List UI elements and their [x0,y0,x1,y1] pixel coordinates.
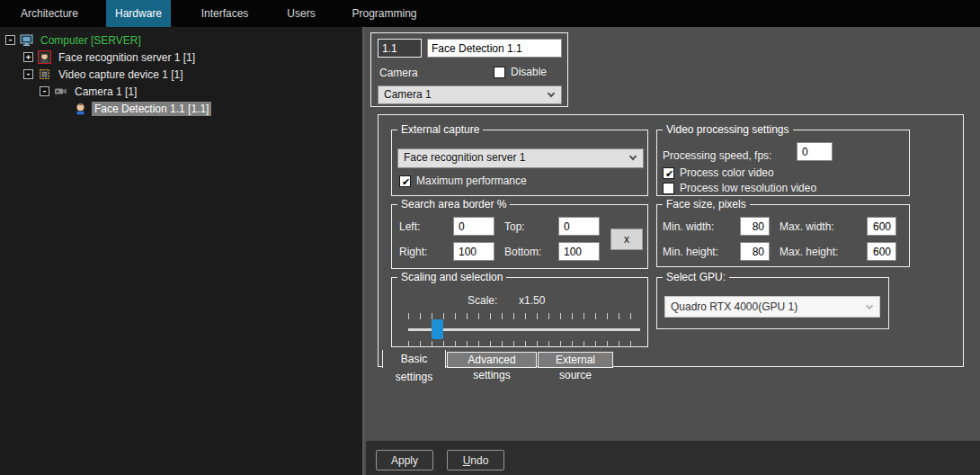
expand-expander-icon[interactable]: + [23,52,33,62]
tab-basic-settings[interactable]: Basic settings [382,350,446,368]
maximum-performance-checkbox[interactable] [399,175,411,187]
max-width-input[interactable] [867,217,896,236]
external-capture-title: External capture [397,123,483,137]
undo-accel-char: U [463,454,471,467]
scaling-title: Scaling and selection [397,271,506,284]
object-settings-panel: Camera Disable Camera 1 External capture… [366,27,980,441]
slider-ticks-bottom [408,341,640,347]
collapse-expander-icon[interactable]: - [40,86,49,96]
gpu-select-value: Quadro RTX 4000(GPU 1) [671,300,797,313]
chevron-down-icon [629,153,637,160]
tree-item-label[interactable]: Face Detection 1.1 [1.1] [92,102,211,116]
external-capture-group: External capture Face recognition server… [391,130,648,196]
min-height-label: Min. height: [663,246,718,258]
tree-item-face-recognition-server[interactable]: + Face recognition server 1 [1] [0,49,362,66]
scaling-group: Scaling and selection Scale: x1.50 [391,277,648,347]
select-gpu-title: Select GPU: [663,271,729,284]
min-height-input[interactable] [740,242,770,261]
computer-icon [20,33,33,47]
hardware-tree-panel: - Computer [SERVER] + Face recognition s… [0,27,364,475]
gpu-select[interactable]: Quadro RTX 4000(GPU 1) [664,296,880,318]
video-processing-group: Video processing settings Processing spe… [656,130,910,196]
tree-item-label[interactable]: Face recognition server 1 [1] [56,50,198,65]
camera-select[interactable]: Camera 1 [378,85,562,104]
bottom-label: Bottom: [504,246,541,258]
tree-item-video-capture-device[interactable]: - Video capture device 1 [1] [0,66,362,83]
select-gpu-group: Select GPU: Quadro RTX 4000(GPU 1) [656,277,889,329]
search-area-title: Search area border % [397,198,510,211]
chevron-down-icon [866,302,873,309]
nav-tab-hardware[interactable]: Hardware [106,0,171,27]
action-bar: Apply Undo [366,441,980,475]
left-label: Left: [399,220,420,233]
undo-rest-chars: ndo [470,454,488,467]
processing-speed-input[interactable] [797,142,833,161]
tree-item-label[interactable]: Computer [SERVER] [38,33,144,48]
tree-item-camera[interactable]: - Camera 1 [1] [0,83,362,100]
camera-select-value: Camera 1 [384,88,432,101]
face-size-title: Face size, pixels [663,198,750,211]
process-color-video-label: Process color video [680,166,774,179]
camera-icon [54,85,67,98]
apply-button[interactable]: Apply [376,450,433,471]
scale-slider-thumb[interactable] [432,319,443,339]
process-low-resolution-checkbox[interactable] [663,183,674,194]
right-label: Right: [399,246,427,258]
camera-label: Camera [379,67,418,79]
nav-tab-architecture[interactable]: Architecture [0,0,99,27]
tree-item-computer[interactable]: - Computer [SERVER] [0,31,362,49]
disable-label: Disable [511,66,547,78]
face-detection-icon [74,102,87,115]
collapse-expander-icon[interactable]: - [5,35,15,45]
video-processing-title: Video processing settings [663,123,793,137]
nav-tab-programming[interactable]: Programming [324,0,445,27]
nav-tab-users[interactable]: Users [279,0,324,27]
right-input[interactable] [453,242,494,261]
tree-item-label[interactable]: Video capture device 1 [1] [56,67,186,82]
face-recognition-server-select[interactable]: Face recognition server 1 [397,148,644,168]
process-color-video-checkbox[interactable] [663,167,674,179]
min-width-label: Min. width: [663,220,714,233]
min-width-input[interactable] [740,217,770,236]
face-recognition-server-icon [38,50,51,64]
basic-settings-tab-page: External capture Face recognition server… [378,114,964,367]
disable-checkbox[interactable] [494,67,505,78]
max-width-label: Max. width: [780,220,834,233]
face-size-group: Face size, pixels Min. width: Max. width… [656,204,910,267]
process-low-resolution-label: Process low resolution video [680,182,816,194]
top-label: Top: [504,220,525,233]
face-recognition-server-value: Face recognition server 1 [404,151,525,164]
scale-label: Scale: [468,294,497,307]
object-name-field[interactable] [427,39,562,58]
top-input[interactable] [558,217,600,236]
collapse-expander-icon[interactable]: - [23,69,33,79]
top-nav-bar: Architecture Hardware Interfaces Users P… [0,0,980,27]
nav-tab-interfaces[interactable]: Interfaces [171,0,279,27]
object-identity-box: Camera Disable Camera 1 [370,32,568,107]
scale-value: x1.50 [519,294,545,307]
left-input[interactable] [453,217,494,236]
undo-button[interactable]: Undo [447,450,504,471]
max-height-input[interactable] [867,242,896,261]
tree-item-face-detection[interactable]: Face Detection 1.1 [1.1] [0,100,362,117]
max-height-label: Max. height: [780,246,838,258]
bottom-input[interactable] [558,242,600,261]
tab-advanced-settings[interactable]: Advanced settings [447,352,537,368]
reset-search-area-button[interactable]: x [610,229,643,250]
processing-speed-label: Processing speed, fps: [663,149,771,162]
tree-item-label[interactable]: Camera 1 [1] [72,85,139,99]
search-area-group: Search area border % Left: Top: Right: B… [391,204,648,269]
object-id-field[interactable] [378,39,422,58]
slider-ticks-top [408,313,640,319]
chevron-down-icon [548,90,555,97]
maximum-performance-label: Maximum performance [416,175,527,187]
video-capture-device-icon [38,67,51,81]
tab-external-source[interactable]: External source [538,352,613,368]
